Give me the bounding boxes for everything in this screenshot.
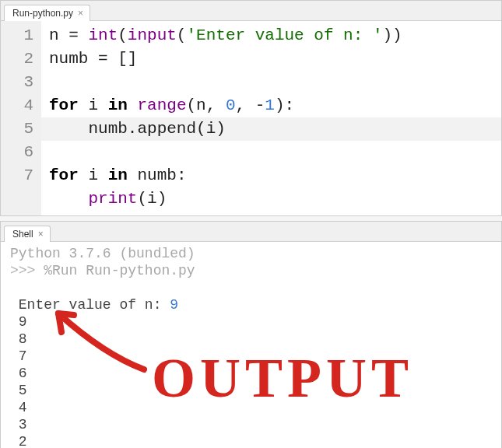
shell-input-prompt: Enter value of n: [10,297,170,313]
shell-output-line: 6 [10,365,493,382]
line-number-gutter: 1234567 [1,21,41,215]
line-number: 2 [5,47,33,71]
shell-output-line: 5 [10,382,493,399]
shell-tab[interactable]: Shell × [4,226,51,242]
code-line[interactable]: for i in numb: [49,166,187,184]
line-number: 3 [5,71,33,94]
line-number: 4 [5,94,33,117]
shell-run-cmd: %Run Run-python.py [44,263,195,278]
code-line[interactable]: numb = [] [49,50,137,68]
shell-prompt: >>> [10,263,44,278]
shell-body[interactable]: Python 3.7.6 (bundled) >>> %Run Run-pyth… [1,242,501,448]
shell-output-line: 7 [10,348,493,365]
editor-tab[interactable]: Run-python.py × [4,5,90,21]
editor-panel: Run-python.py × 1234567 n = int(input('E… [0,0,502,216]
shell-version: Python 3.7.6 (bundled) [10,246,195,261]
code-area[interactable]: n = int(input('Enter value of n: ')) num… [41,21,501,215]
code-line[interactable]: numb.append(i) [41,117,501,141]
shell-output-line: 2 [10,433,493,448]
shell-input-line: Enter value of n: 9 [10,296,493,313]
line-number: 1 [5,24,33,47]
editor-body[interactable]: 1234567 n = int(input('Enter value of n:… [1,21,501,215]
close-icon[interactable]: × [78,9,83,18]
editor-tab-bar: Run-python.py × [1,1,501,21]
shell-output-line: 9 [10,313,493,331]
line-number: 6 [5,141,33,164]
shell-output-line: 8 [10,331,493,348]
shell-output-line: 4 [10,399,493,416]
line-number: 7 [5,164,33,187]
code-line[interactable]: for i in range(n, 0, -1): [49,96,294,114]
line-number: 5 [5,117,33,141]
shell-tab-bar: Shell × [1,222,501,242]
code-line[interactable]: n = int(input('Enter value of n: ')) [49,26,402,44]
shell-panel: Shell × Python 3.7.6 (bundled) >>> %Run … [0,221,502,448]
shell-run-line: >>> %Run Run-python.py [10,262,493,279]
shell-input-value: 9 [170,297,178,313]
code-line[interactable]: print(i) [49,190,167,208]
editor-tab-label: Run-python.py [12,8,73,19]
close-icon[interactable]: × [38,229,44,239]
shell-tab-label: Shell [12,229,33,240]
shell-output-line: 3 [10,416,493,433]
